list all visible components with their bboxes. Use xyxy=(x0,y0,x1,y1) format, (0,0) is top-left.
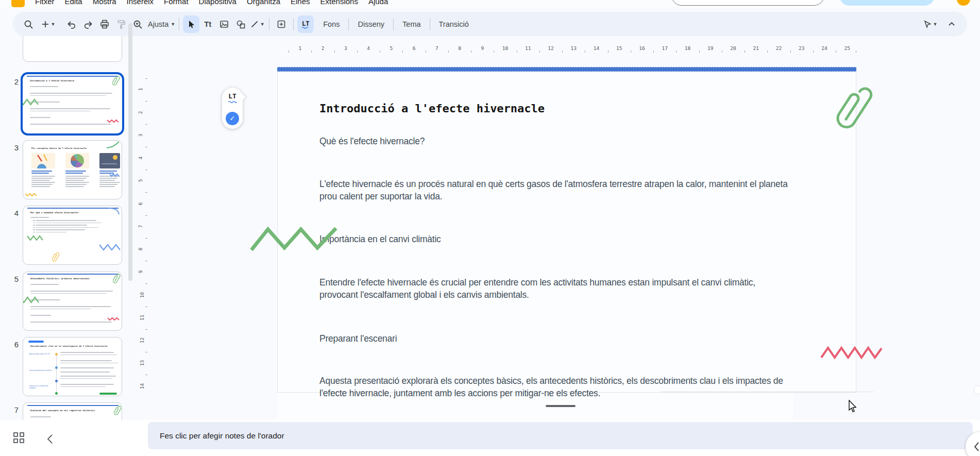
languagetool-widget[interactable]: LT ✓ xyxy=(222,88,243,129)
ruler-h-number: 14 xyxy=(594,45,599,51)
paperclip-decoration[interactable] xyxy=(831,80,877,147)
thumb-label: Avenços dels segles 19 i 20 xyxy=(29,353,53,355)
thumb-text-line xyxy=(60,384,114,385)
paperclip-icon xyxy=(52,251,59,264)
red-zigzag-icon xyxy=(106,119,120,124)
undo-button[interactable] xyxy=(63,15,80,33)
thumb-text-line xyxy=(31,180,50,181)
slide-thumbnail[interactable]: Descobriments clau en la investigació de… xyxy=(23,337,122,396)
slides-logo-icon[interactable] xyxy=(11,0,25,7)
filmstrip-scrollbar[interactable] xyxy=(128,23,132,281)
thumb-text-line xyxy=(36,223,102,224)
paint-format-button[interactable] xyxy=(113,15,129,33)
red-zigzag-icon xyxy=(107,316,120,322)
thumb-number: 4 xyxy=(6,209,19,217)
thumb-title: Evolució del concepte en els registres h… xyxy=(30,409,120,412)
timeline-dot xyxy=(55,380,58,382)
slide-thumbnail[interactable]: Antecedents històrics: primeres observac… xyxy=(23,272,122,331)
search-icon[interactable] xyxy=(20,15,37,33)
toolbar-separator xyxy=(393,18,394,30)
zoom-fit-select[interactable]: Ajusta ▼ xyxy=(146,15,175,33)
red-zigzag-decoration[interactable] xyxy=(820,344,887,362)
collapse-toolbar-button[interactable] xyxy=(943,15,960,33)
ruler-v-tick xyxy=(145,283,147,284)
share-button[interactable] xyxy=(839,0,935,6)
redo-button[interactable] xyxy=(80,15,96,33)
insert-shape-button[interactable] xyxy=(232,15,249,33)
thumb-label: Impacte en la comprensió moderna xyxy=(29,385,53,389)
ruler-h-tick xyxy=(402,50,403,53)
ruler-h-tick xyxy=(813,50,814,53)
thumb-text-line xyxy=(30,322,112,323)
slide-thumbnail[interactable] xyxy=(23,36,124,62)
menu-item-ajuda[interactable]: Ajuda xyxy=(363,0,393,7)
grid-view-icon[interactable] xyxy=(13,432,24,443)
slide-paragraph[interactable]: Aquesta presentació explorarà els concep… xyxy=(319,375,783,399)
slide-thumbnail[interactable]: Evolució del concepte en els registres h… xyxy=(23,402,122,420)
slide-paragraph[interactable]: L'efecte hivernacle és un procés natural… xyxy=(319,178,788,202)
insert-image-button[interactable] xyxy=(216,15,232,33)
toolbar-separator xyxy=(179,18,179,30)
slide-heading[interactable]: Què és l'efecte hivernacle? xyxy=(319,135,425,147)
menu-item-insereix[interactable]: Insereix xyxy=(122,0,159,7)
thumb-text-line xyxy=(36,220,96,221)
menu-item-diapositiva[interactable]: Diapositiva xyxy=(194,0,242,7)
select-tool-button[interactable] xyxy=(183,15,199,33)
ruler-h-tick xyxy=(745,50,745,53)
thumb-text-line xyxy=(31,184,53,185)
thumb-text-line xyxy=(30,86,58,87)
speaker-notes-input[interactable]: Fes clic per afegir notes de l'orador xyxy=(148,422,973,449)
menu-row: FitxerEditaMostraInsereixFormatDiapositi… xyxy=(30,0,393,7)
menu-item-mostra[interactable]: Mostra xyxy=(88,0,122,7)
slide-thumbnail[interactable]: Per què s'anomena efecte hivernacle? xyxy=(23,206,122,265)
new-slide-button[interactable]: ▼ xyxy=(40,15,56,33)
thumb-text-line xyxy=(60,376,116,377)
thumb-text-line xyxy=(99,184,117,185)
insert-line-button[interactable]: ▼ xyxy=(249,15,265,33)
menu-item-edita[interactable]: Edita xyxy=(60,0,88,7)
green-zigzag-decoration[interactable] xyxy=(249,224,347,254)
thumb-text-line xyxy=(30,293,107,294)
pointer-options-button[interactable]: ▼ xyxy=(922,15,938,33)
background-button[interactable]: Fons xyxy=(318,15,345,33)
slide-heading[interactable]: Preparant l'escenari xyxy=(319,332,397,345)
textbox-overflow-handle[interactable] xyxy=(546,405,576,407)
thumb-accent-bar xyxy=(27,405,119,406)
menu-item-extensions[interactable]: Extensions xyxy=(315,0,363,7)
menu-item-organitza[interactable]: Organitza xyxy=(242,0,285,7)
thumb-text-line xyxy=(30,416,51,417)
layout-button[interactable]: Disseny xyxy=(352,15,390,33)
thumb-text-line xyxy=(30,306,111,307)
blue-zigzag-icon xyxy=(109,173,120,178)
languagetool-button[interactable]: LT xyxy=(297,15,314,33)
slide-canvas: 1234567891011121314151617181920212223242… xyxy=(135,36,980,420)
thumb-text-line xyxy=(30,117,50,118)
print-button[interactable] xyxy=(96,15,113,33)
canvas-scrollbar-thumb[interactable] xyxy=(974,385,980,395)
chevron-down-icon: ▼ xyxy=(171,22,175,27)
collapse-filmstrip-icon[interactable] xyxy=(45,433,55,445)
thumb-label: Grans descobriments científics xyxy=(29,369,53,371)
thumb-text-line xyxy=(65,176,89,177)
slide-thumbnail[interactable]: Els conceptes bàsics de l'efecte hiverna… xyxy=(23,140,122,199)
slide-title[interactable]: Introducció a l'efecte hivernacle xyxy=(319,102,545,115)
thumb-text-line xyxy=(60,371,110,373)
text-box-button[interactable]: Tt xyxy=(199,15,216,33)
chevron-down-icon: ▼ xyxy=(51,22,56,27)
menu-item-fitxer[interactable]: Fitxer xyxy=(30,0,60,7)
menu-item-format[interactable]: Format xyxy=(159,0,194,7)
check-badge[interactable]: ✓ xyxy=(226,112,239,125)
ruler-h-tick xyxy=(676,50,677,53)
avatar[interactable] xyxy=(957,0,970,6)
insert-comment-button[interactable] xyxy=(273,15,290,33)
ruler-h-tick xyxy=(380,50,380,53)
menu-item-eines[interactable]: Eines xyxy=(285,0,315,7)
slide-top-accent-bar[interactable] xyxy=(277,67,856,72)
ruler-v-tick xyxy=(145,192,147,193)
theme-button[interactable]: Tema xyxy=(397,15,426,33)
slide-paragraph[interactable]: Entendre l'efecte hivernacle és crucial … xyxy=(319,276,755,300)
slide-thumbnail[interactable]: Introducció a l'efecte hivernacle xyxy=(23,74,122,133)
search-menus-box[interactable] xyxy=(671,0,824,6)
transition-button[interactable]: Transició xyxy=(434,15,474,33)
green-zigzag-icon xyxy=(23,296,40,304)
